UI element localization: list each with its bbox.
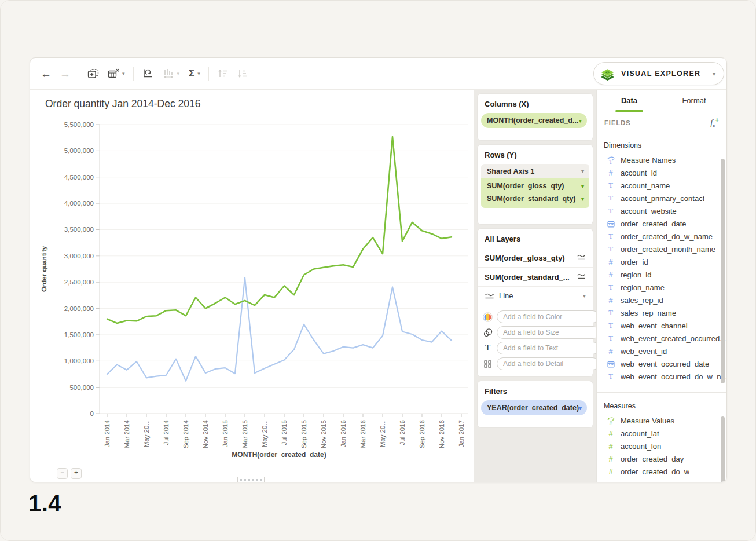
field-item-web-event-id[interactable]: # web_event_id xyxy=(597,345,726,357)
svg-text:T: T xyxy=(608,159,612,165)
field-item-order-id[interactable]: # order_id xyxy=(597,255,726,268)
fields-list: Dimensions T Measure Names# account_idT … xyxy=(597,133,726,482)
x-tick-label: Nov 2016 xyxy=(438,420,445,448)
field-item-account-primary-contact[interactable]: T account_primary_contact xyxy=(597,192,726,204)
y-axis-title: Order quantity xyxy=(41,246,47,292)
field-item-label: account_lat xyxy=(621,429,659,438)
line-mark-icon xyxy=(485,292,494,299)
zoom-in-button[interactable]: + xyxy=(71,468,82,479)
add-field-to-detail-input[interactable] xyxy=(497,357,599,370)
slot-detail xyxy=(482,357,588,370)
tab-format[interactable]: Format xyxy=(662,90,726,112)
field-item-sales-rep-name[interactable]: T sales_rep_name xyxy=(597,306,726,319)
rows-pill-label: SUM(order_standard_qty) xyxy=(481,195,581,203)
field-item-web-event-occurred-date[interactable]: web_event_occurred_date xyxy=(597,357,726,370)
text-slot-icon: T xyxy=(485,344,490,352)
bar-width-caret-icon: ▾ xyxy=(177,71,180,76)
pill-month-order-created-d-[interactable]: MONTH(order_created_d... ▾ xyxy=(481,113,587,128)
mark-type-select[interactable]: Line ▾ xyxy=(478,286,593,305)
field-item-region-id[interactable]: # region_id xyxy=(597,268,726,281)
field-item-account-lat[interactable]: # account_lat xyxy=(597,427,726,440)
layer-sum-order-gloss-qty-[interactable]: SUM(order_gloss_qty) xyxy=(478,248,593,267)
resize-grip-handle[interactable] xyxy=(237,477,265,482)
duplicate-chart-button[interactable] xyxy=(87,68,99,79)
clear-chart-button[interactable]: ▾ xyxy=(108,68,125,79)
x-axis-title: MONTH(order_created_date) xyxy=(232,451,326,459)
bar-width-button[interactable]: ▾ xyxy=(163,68,180,79)
sort-ascending-button[interactable] xyxy=(217,69,229,78)
field-item-label: order_created_do_w_name xyxy=(621,232,713,241)
text-icon: T xyxy=(608,195,613,202)
text-icon: T xyxy=(608,284,613,291)
undo-back-button[interactable]: ← xyxy=(41,68,52,79)
field-item-order-created-day[interactable]: # order_created_day xyxy=(597,452,726,465)
field-item-label: region_id xyxy=(621,270,652,279)
field-item-measure-values[interactable]: # Measure Values xyxy=(597,414,726,427)
redo-forward-button[interactable]: → xyxy=(60,68,71,79)
zoom-out-button[interactable]: − xyxy=(57,468,68,479)
field-item-order-created-month[interactable]: # order_created_month xyxy=(597,478,726,482)
field-item-order-created-do-w-name[interactable]: T order_created_do_w_name xyxy=(597,230,726,243)
size-slot-icon xyxy=(483,328,493,337)
page-background: ← → ▾ xyxy=(0,0,756,541)
measures-scrollbar[interactable] xyxy=(721,416,725,482)
field-item-web-event-channel[interactable]: T web_event_channel xyxy=(597,319,726,332)
aggregation-button[interactable]: Σ ▾ xyxy=(189,68,200,79)
tab-data-label: Data xyxy=(621,96,637,105)
toolbar-divider xyxy=(133,67,134,81)
field-item-account-lon[interactable]: # account_lon xyxy=(597,440,726,452)
text-icon: T xyxy=(608,373,613,381)
field-item-sales-rep-id[interactable]: # sales_rep_id xyxy=(597,294,726,306)
swap-axes-button[interactable] xyxy=(142,68,153,79)
field-item-label: sales_rep_name xyxy=(621,309,676,317)
toolbar: ← → ▾ xyxy=(30,58,726,90)
pill-year-order-created-date-[interactable]: YEAR(order_created_date) ▾ xyxy=(481,400,587,415)
field-item-web-event-created-occurred-[interactable]: T web_event_created_occurred... xyxy=(597,332,726,345)
number-icon: # xyxy=(608,455,612,463)
field-item-label: order_created_month xyxy=(621,480,692,482)
field-item-measure-names[interactable]: T Measure Names xyxy=(597,153,726,166)
tab-data[interactable]: Data xyxy=(597,90,662,112)
layer-sum-order-standard-[interactable]: SUM(order_standard_... xyxy=(478,267,593,286)
all-layers-card: All Layers SUM(order_gloss_qty) SUM(orde… xyxy=(478,229,593,376)
filters-shelf-title: Filters xyxy=(478,381,593,400)
columns-shelf: Columns (X) MONTH(order_created_d... ▾ xyxy=(478,94,593,140)
svg-text:5,000,000: 5,000,000 xyxy=(64,147,94,154)
shared-axis-pill[interactable]: Shared Axis 1 ▾ xyxy=(481,164,589,178)
add-calculated-field-button[interactable]: fx+ xyxy=(710,116,719,129)
line-chart[interactable]: 0500,0001,000,0001,500,0002,000,0002,500… xyxy=(30,90,474,482)
svg-text:2,000,000: 2,000,000 xyxy=(64,305,94,312)
rows-pill-sum-order-gloss-qty-[interactable]: SUM(order_gloss_qty) ▾ xyxy=(481,180,589,192)
field-item-account-website[interactable]: T account_website xyxy=(597,204,726,217)
add-field-to-size-input[interactable] xyxy=(497,326,599,339)
field-item-web-event-occurred-do-w-na-[interactable]: T web_event_occurred_do_w_na... xyxy=(597,370,726,383)
sort-descending-icon xyxy=(237,69,248,78)
layer-label: SUM(order_standard_... xyxy=(485,273,570,282)
x-tick-label: Jan 2016 xyxy=(340,420,347,447)
add-field-to-text-input[interactable] xyxy=(497,342,599,354)
rows-shelf-title: Rows (Y) xyxy=(478,145,593,164)
sort-descending-button[interactable] xyxy=(237,69,248,78)
field-item-label: web_event_channel xyxy=(621,321,688,330)
field-item-account-id[interactable]: # account_id xyxy=(597,166,726,179)
field-item-order-created-month-name[interactable]: T order_created_month_name xyxy=(597,243,726,255)
pill-label: YEAR(order_created_date) xyxy=(481,404,579,412)
x-tick-label: Nov 2014 xyxy=(202,419,209,448)
shared-axis-label: Shared Axis 1 xyxy=(481,167,581,176)
series-sum-order-standard-qty-[interactable] xyxy=(107,277,452,381)
field-item-region-name[interactable]: T region_name xyxy=(597,281,726,294)
swap-axes-icon xyxy=(142,68,153,79)
dimensions-scrollbar[interactable] xyxy=(721,159,725,383)
field-item-order-created-do-w[interactable]: # order_created_do_w xyxy=(597,465,726,478)
visual-explorer-menu-button[interactable]: VISUAL EXPLORER ▾ xyxy=(593,62,724,85)
forward-arrow-icon: → xyxy=(60,68,71,79)
calendar-icon xyxy=(607,360,615,368)
filters-shelf: Filters YEAR(order_created_date) ▾ xyxy=(478,381,593,427)
field-item-order-created-date[interactable]: order_created_date xyxy=(597,217,726,230)
field-item-label: order_created_day xyxy=(621,455,684,463)
x-tick-label: Jul 2014 xyxy=(163,419,170,445)
add-field-to-color-input[interactable] xyxy=(497,310,599,323)
field-item-account-name[interactable]: T account_name xyxy=(597,179,726,192)
rows-pill-sum-order-standard-qty-[interactable]: SUM(order_standard_qty) ▾ xyxy=(481,192,589,205)
svg-text:#: # xyxy=(609,419,612,425)
